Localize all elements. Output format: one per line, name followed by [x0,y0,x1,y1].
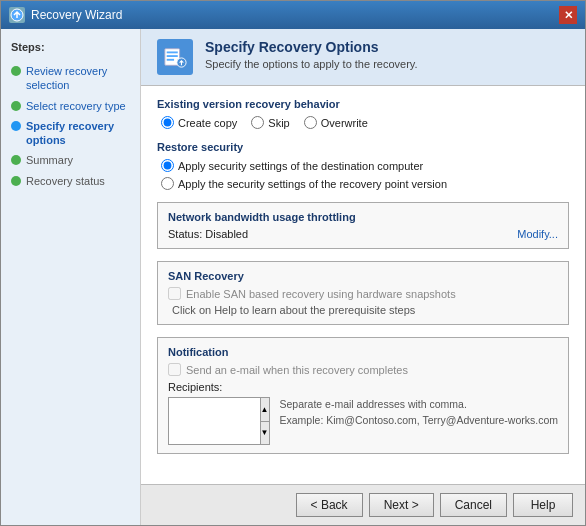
network-bandwidth-status: Status: Disabled [168,228,248,240]
notification-checkbox[interactable] [168,363,181,376]
recipients-hint-line2: Example: Kim@Contoso.com, Terry@Adventur… [280,413,558,429]
recipients-hint-line1: Separate e-mail addresses with comma. [280,397,558,413]
san-enable-label: Enable SAN based recovery using hardware… [186,288,456,300]
radio-apply-recovery[interactable]: Apply the security settings of the recov… [161,177,569,190]
sidebar-item-label-summary: Summary [26,153,73,167]
radio-overwrite[interactable]: Overwrite [304,116,368,129]
sidebar: Steps: Review recovery selection Select … [1,29,141,525]
header-text: Specify Recovery Options Specify the opt… [205,39,418,70]
scroll-up-button[interactable]: ▲ [261,398,269,422]
restore-security-radio-group: Apply security settings of the destinati… [161,159,569,190]
footer: < Back Next > Cancel Help [141,484,585,525]
close-button[interactable]: ✕ [559,6,577,24]
recipients-label: Recipients: [168,381,558,393]
recipients-area: ▲ ▼ Separate e-mail addresses with comma… [168,397,558,445]
sidebar-item-label-specify-options: Specify recovery options [26,119,130,148]
sidebar-header: Steps: [1,41,140,61]
network-bandwidth-status-row: Status: Disabled Modify... [168,228,558,240]
window-title: Recovery Wizard [31,8,122,22]
radio-apply-recovery-label[interactable]: Apply the security settings of the recov… [178,178,447,190]
svg-rect-3 [167,55,178,57]
window-content: Steps: Review recovery selection Select … [1,29,585,525]
existing-version-section: Existing version recovery behavior Creat… [157,98,569,129]
modify-link[interactable]: Modify... [517,228,558,240]
san-recovery-checkbox-row: Enable SAN based recovery using hardware… [168,287,558,300]
sidebar-item-label-recovery-status: Recovery status [26,174,105,188]
network-bandwidth-title: Network bandwidth usage throttling [168,211,558,223]
step-dot-summary [11,155,21,165]
step-dot-recovery-status [11,176,21,186]
radio-apply-dest-label[interactable]: Apply security settings of the destinati… [178,160,423,172]
san-recovery-help-text: Click on Help to learn about the prerequ… [172,304,558,316]
svg-rect-4 [167,59,174,61]
radio-overwrite-label[interactable]: Overwrite [321,117,368,129]
svg-rect-2 [167,51,178,53]
next-button[interactable]: Next > [369,493,434,517]
radio-apply-dest[interactable]: Apply security settings of the destinati… [161,159,569,172]
step-dot-specify-options [11,121,21,131]
recipients-hint: Separate e-mail addresses with comma. Ex… [280,397,558,445]
radio-apply-dest-input[interactable] [161,159,174,172]
title-bar-left: Recovery Wizard [9,7,122,23]
existing-version-radio-group: Create copy Skip Overwrite [161,116,569,129]
network-bandwidth-section: Network bandwidth usage throttling Statu… [157,202,569,249]
sidebar-item-summary[interactable]: Summary [1,150,140,170]
step-dot-review [11,66,21,76]
title-bar: Recovery Wizard ✕ [1,1,585,29]
back-button[interactable]: < Back [296,493,363,517]
header-icon [157,39,193,75]
help-button[interactable]: Help [513,493,573,517]
sidebar-item-review[interactable]: Review recovery selection [1,61,140,96]
notification-section: Notification Send an e-mail when this re… [157,337,569,454]
recipients-textarea[interactable] [168,397,261,445]
radio-skip[interactable]: Skip [251,116,289,129]
sidebar-item-select-type[interactable]: Select recovery type [1,96,140,116]
recipients-input-wrap: ▲ ▼ [168,397,270,445]
notification-label: Send an e-mail when this recovery comple… [186,364,408,376]
recovery-wizard-window: Recovery Wizard ✕ Steps: Review recovery… [0,0,586,526]
main-area: Specify Recovery Options Specify the opt… [141,29,585,525]
restore-security-section: Restore security Apply security settings… [157,141,569,190]
radio-apply-recovery-input[interactable] [161,177,174,190]
notification-checkbox-row: Send an e-mail when this recovery comple… [168,363,558,376]
radio-skip-label[interactable]: Skip [268,117,289,129]
sidebar-item-label-review: Review recovery selection [26,64,130,93]
san-recovery-section: SAN Recovery Enable SAN based recovery u… [157,261,569,325]
restore-security-title: Restore security [157,141,569,153]
main-header: Specify Recovery Options Specify the opt… [141,29,585,86]
radio-create-copy[interactable]: Create copy [161,116,237,129]
step-dot-select-type [11,101,21,111]
header-title: Specify Recovery Options [205,39,418,55]
window-icon [9,7,25,23]
notification-title: Notification [168,346,558,358]
radio-create-copy-label[interactable]: Create copy [178,117,237,129]
sidebar-item-specify-options[interactable]: Specify recovery options [1,116,140,151]
main-content: Existing version recovery behavior Creat… [141,86,585,484]
sidebar-item-label-select-type: Select recovery type [26,99,126,113]
cancel-button[interactable]: Cancel [440,493,507,517]
radio-overwrite-input[interactable] [304,116,317,129]
san-recovery-title: SAN Recovery [168,270,558,282]
header-subtitle: Specify the options to apply to the reco… [205,58,418,70]
sidebar-item-recovery-status[interactable]: Recovery status [1,171,140,191]
radio-skip-input[interactable] [251,116,264,129]
radio-create-copy-input[interactable] [161,116,174,129]
scroll-down-button[interactable]: ▼ [261,422,269,445]
existing-version-title: Existing version recovery behavior [157,98,569,110]
recipients-scroll-btns: ▲ ▼ [261,397,270,445]
san-enable-checkbox[interactable] [168,287,181,300]
